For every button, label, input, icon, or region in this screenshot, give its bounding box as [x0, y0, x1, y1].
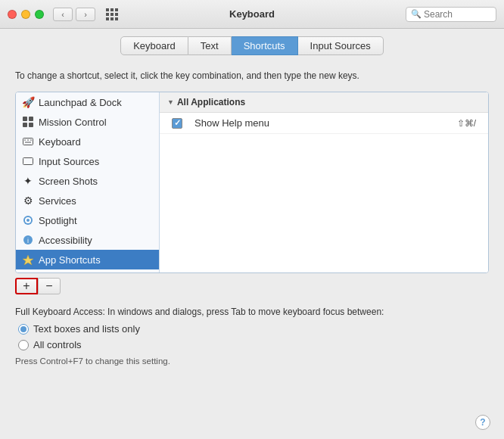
radio-outer-all-controls[interactable]	[18, 340, 29, 350]
close-button[interactable]	[8, 10, 17, 19]
tab-input-sources[interactable]: Input Sources	[298, 36, 384, 55]
triangle-icon: ▼	[167, 98, 174, 106]
search-icon: 🔍	[411, 9, 422, 19]
list-item-services[interactable]: ⚙ Services	[16, 191, 159, 210]
list-item-label: Mission Control	[39, 117, 107, 128]
launchpad-icon: 🚀	[22, 96, 34, 108]
shortcut-checkbox[interactable]: ✓	[172, 118, 182, 129]
radio-outer-text-boxes[interactable]	[18, 324, 29, 335]
radio-all-controls[interactable]: All controls	[18, 339, 489, 350]
add-remove-row: + −	[15, 278, 489, 294]
window-title: Keyboard	[229, 8, 275, 20]
shortcut-row: ✓ Show Help menu ⇧⌘/	[160, 113, 488, 134]
svg-text:i: i	[27, 237, 29, 244]
minimize-button[interactable]	[21, 10, 30, 19]
shortcut-label: Show Help menu	[194, 117, 445, 129]
svg-rect-13	[23, 139, 33, 145]
app-shortcuts-icon	[22, 254, 34, 266]
section-label: All Applications	[177, 97, 245, 107]
input-sources-icon	[22, 155, 34, 167]
back-button[interactable]: ‹	[53, 8, 73, 21]
press-info: Press Control+F7 to change this setting.	[15, 356, 489, 366]
main-content: To change a shortcut, select it, click t…	[0, 61, 504, 373]
bottom-title: Full Keyboard Access: In windows and dia…	[15, 307, 489, 317]
window: ‹ › Keyboard 🔍 Keyboard Text Shortcuts I…	[0, 0, 504, 439]
list-item-label: Input Sources	[39, 156, 99, 167]
help-button[interactable]: ?	[475, 415, 490, 430]
radio-group: Text boxes and lists only All controls	[18, 323, 489, 350]
tab-text[interactable]: Text	[188, 36, 232, 55]
accessibility-icon: i	[22, 234, 34, 246]
list-item-accessibility[interactable]: i Accessibility	[16, 230, 159, 250]
list-item-label: Services	[39, 195, 76, 207]
radio-text-boxes[interactable]: Text boxes and lists only	[18, 323, 489, 335]
left-list: 🚀 Launchpad & Dock Mission Control	[16, 92, 160, 272]
maximize-button[interactable]	[35, 10, 44, 19]
list-item-label: Spotlight	[39, 215, 77, 226]
svg-rect-18	[23, 158, 33, 165]
list-item-label: Screen Shots	[39, 176, 98, 187]
checkmark-icon: ✓	[174, 118, 181, 128]
svg-rect-4	[110, 13, 114, 16]
svg-rect-12	[29, 123, 33, 127]
radio-label-all-controls: All controls	[33, 339, 82, 350]
svg-rect-10	[29, 117, 33, 121]
nav-buttons: ‹ ›	[53, 8, 95, 21]
add-shortcut-button[interactable]: +	[15, 278, 38, 294]
section-header[interactable]: ▼ All Applications	[160, 92, 488, 113]
tab-shortcuts[interactable]: Shortcuts	[232, 36, 298, 55]
spotlight-icon	[22, 214, 34, 226]
bottom-section: Full Keyboard Access: In windows and dia…	[15, 307, 489, 366]
list-item-label: Launchpad & Dock	[39, 97, 122, 108]
radio-label-text-boxes: Text boxes and lists only	[33, 323, 140, 335]
list-item-input-sources[interactable]: Input Sources	[16, 151, 159, 171]
svg-rect-0	[106, 8, 109, 11]
svg-rect-3	[106, 13, 109, 16]
list-item-label: Keyboard	[39, 136, 81, 148]
shortcut-keys: ⇧⌘/	[457, 118, 476, 129]
svg-rect-8	[115, 17, 118, 20]
list-item-mission-control[interactable]: Mission Control	[16, 112, 159, 132]
list-item-keyboard[interactable]: Keyboard	[16, 132, 159, 151]
panel-area: 🚀 Launchpad & Dock Mission Control	[15, 92, 489, 273]
mission-control-icon	[22, 116, 34, 128]
svg-rect-1	[110, 8, 114, 11]
list-item-spotlight[interactable]: Spotlight	[16, 210, 159, 230]
svg-point-21	[26, 219, 30, 222]
svg-rect-7	[110, 17, 114, 20]
list-item-screenshots[interactable]: ✦ Screen Shots	[16, 171, 159, 191]
list-item-label: App Shortcuts	[39, 254, 101, 266]
search-box[interactable]: 🔍	[406, 7, 496, 22]
remove-shortcut-button[interactable]: −	[38, 278, 61, 294]
search-input[interactable]	[424, 9, 491, 20]
svg-rect-11	[23, 123, 27, 127]
svg-rect-2	[115, 8, 118, 11]
radio-inner-text-boxes	[20, 326, 26, 332]
list-item-app-shortcuts[interactable]: App Shortcuts	[16, 250, 159, 269]
svg-marker-24	[23, 255, 33, 265]
tabs-bar: Keyboard Text Shortcuts Input Sources	[0, 29, 504, 61]
titlebar: ‹ › Keyboard 🔍	[0, 0, 504, 29]
right-panel: ▼ All Applications ✓ Show Help menu ⇧⌘/	[160, 92, 488, 272]
instruction-text: To change a shortcut, select it, click t…	[15, 69, 489, 83]
svg-rect-5	[115, 13, 118, 16]
list-item-label: Accessibility	[39, 235, 92, 246]
keyboard-icon	[22, 135, 34, 148]
services-icon: ⚙	[22, 195, 34, 207]
forward-button[interactable]: ›	[76, 8, 95, 21]
list-item-launchpad[interactable]: 🚀 Launchpad & Dock	[16, 92, 159, 112]
traffic-lights	[8, 10, 44, 19]
tab-keyboard[interactable]: Keyboard	[120, 36, 188, 55]
svg-rect-9	[23, 117, 27, 121]
screenshots-icon: ✦	[22, 175, 34, 187]
grid-icon[interactable]	[106, 8, 118, 20]
svg-rect-6	[106, 17, 109, 20]
